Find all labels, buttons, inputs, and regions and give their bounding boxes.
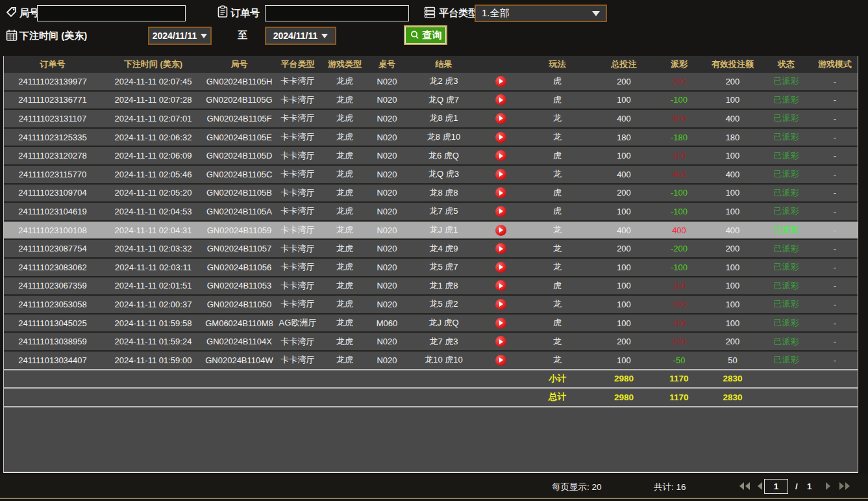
cell-valid: 200 bbox=[705, 77, 760, 86]
cell-mode: - bbox=[812, 244, 858, 253]
cell-mode: - bbox=[812, 77, 858, 86]
cell-round: GN02024B1105C bbox=[205, 170, 273, 179]
play-video-icon[interactable] bbox=[495, 94, 506, 105]
play-video-icon[interactable] bbox=[495, 262, 506, 273]
cell-table_no: N020 bbox=[367, 263, 406, 272]
grand-total-total-bet: 2980 bbox=[595, 392, 653, 402]
date-to-select[interactable]: 2024/11/11 bbox=[265, 27, 336, 45]
table-row[interactable]: 2411110231311072024-11-11 02:07:01GN0202… bbox=[4, 110, 858, 129]
play-video-icon[interactable] bbox=[495, 243, 506, 254]
cell-status: 已派彩 bbox=[760, 224, 812, 236]
server-list-icon bbox=[423, 6, 436, 19]
cell-time: 2024-11-11 02:06:32 bbox=[101, 133, 205, 142]
cell-table_no: N020 bbox=[367, 207, 406, 216]
cell-status: 已派彩 bbox=[760, 298, 812, 310]
per-page-text: 每页显示: 20 bbox=[552, 482, 602, 493]
cell-total: 400 bbox=[595, 225, 653, 235]
play-video-icon[interactable] bbox=[495, 225, 506, 236]
play-video-icon[interactable] bbox=[495, 206, 506, 217]
table-row[interactable]: 2411110230673592024-11-11 02:01:51GN0202… bbox=[4, 277, 858, 296]
table-row[interactable]: 2411110230830622024-11-11 02:03:11GN0202… bbox=[4, 259, 858, 277]
cell-order: 241111023109704 bbox=[4, 188, 101, 198]
table-row[interactable]: 2411110231399772024-11-11 02:07:45GN0202… bbox=[4, 73, 858, 92]
table-row[interactable]: 2411110130389592024-11-11 01:59:24GN0202… bbox=[4, 333, 858, 352]
subtotal-row: 小计 2980 1170 2830 bbox=[4, 370, 858, 389]
table-row[interactable]: 2411110231367712024-11-11 02:07:28GN0202… bbox=[4, 92, 858, 110]
play-video-icon[interactable] bbox=[495, 169, 506, 180]
round-no-input[interactable] bbox=[37, 5, 186, 21]
cell-table_no: N020 bbox=[367, 188, 406, 198]
table-row[interactable]: 2411110231001082024-11-11 02:04:31GN0202… bbox=[4, 222, 858, 240]
table-row[interactable]: 2411110130450252024-11-11 01:59:58GM0602… bbox=[4, 315, 858, 333]
play-video-icon[interactable] bbox=[495, 132, 506, 143]
cell-play bbox=[481, 336, 520, 347]
table-row[interactable]: 2411110231157702024-11-11 02:05:46GN0202… bbox=[4, 166, 858, 185]
cell-payout: 400 bbox=[653, 114, 705, 123]
table-row[interactable]: 2411110231097042024-11-11 02:05:20GN0202… bbox=[4, 185, 858, 203]
cell-order: 241111023104619 bbox=[4, 207, 101, 216]
table-row[interactable]: 2411110230530582024-11-11 02:00:37GN0202… bbox=[4, 296, 858, 315]
subtotal-label: 小计 bbox=[520, 373, 595, 385]
play-video-icon[interactable] bbox=[495, 299, 506, 310]
cell-payout: -100 bbox=[653, 207, 705, 216]
cell-payout: 200 bbox=[653, 77, 705, 86]
query-button-label: 查询 bbox=[423, 29, 442, 42]
order-no-label: 订单号 bbox=[230, 7, 260, 19]
cell-play bbox=[481, 187, 520, 198]
cell-result: 龙1 虎8 bbox=[406, 280, 481, 292]
cell-payout: 400 bbox=[653, 170, 705, 179]
cell-game: 龙虎 bbox=[322, 94, 367, 106]
table-row[interactable]: 2411110230877542024-11-11 02:03:32GN0202… bbox=[4, 240, 858, 259]
column-header-13: 游戏模式 bbox=[812, 58, 858, 70]
page-number-input[interactable] bbox=[764, 479, 788, 494]
cell-round: GN02024B1105A bbox=[205, 207, 273, 216]
last-page-button[interactable] bbox=[837, 481, 852, 491]
cell-status: 已派彩 bbox=[760, 336, 812, 348]
cell-play bbox=[481, 76, 520, 87]
cell-table_no: N020 bbox=[367, 95, 406, 105]
cell-order: 241111023083062 bbox=[4, 263, 101, 272]
platform-type-select[interactable]: 1.全部 bbox=[475, 5, 607, 22]
cell-bet: 虎 bbox=[520, 150, 595, 162]
play-video-icon[interactable] bbox=[495, 280, 506, 291]
next-page-button[interactable] bbox=[821, 481, 835, 491]
column-header-5: 桌号 bbox=[367, 58, 406, 70]
order-no-input[interactable] bbox=[265, 5, 409, 21]
cell-bet: 龙 bbox=[520, 131, 595, 143]
column-header-4: 游戏类型 bbox=[322, 58, 367, 70]
chevron-down-icon bbox=[592, 11, 600, 16]
first-page-button[interactable] bbox=[738, 481, 752, 491]
query-button[interactable]: 查询 bbox=[404, 25, 447, 45]
cell-play bbox=[481, 262, 520, 273]
cell-round: GN02024B1104W bbox=[205, 355, 273, 365]
play-video-icon[interactable] bbox=[495, 355, 506, 366]
play-video-icon[interactable] bbox=[495, 318, 506, 329]
table-row[interactable]: 2411110231253352024-11-11 02:06:32GN0202… bbox=[4, 129, 858, 148]
play-video-icon[interactable] bbox=[495, 76, 506, 87]
cell-round: GN02024B1105G bbox=[205, 95, 273, 105]
cell-mode: - bbox=[812, 133, 858, 142]
cell-play bbox=[481, 318, 520, 329]
total-count-text: 共计: 16 bbox=[654, 482, 686, 493]
play-triangle bbox=[499, 209, 503, 214]
table-row[interactable]: 2411110130344072024-11-11 01:59:00GN0202… bbox=[4, 352, 858, 370]
table-row[interactable]: 2411110231046192024-11-11 02:04:53GN0202… bbox=[4, 203, 858, 222]
grid-body: 2411110231399772024-11-11 02:07:45GN0202… bbox=[4, 73, 858, 370]
play-video-icon[interactable] bbox=[495, 336, 506, 347]
play-triangle bbox=[499, 357, 503, 363]
cell-total: 200 bbox=[595, 337, 653, 346]
play-triangle bbox=[499, 283, 503, 289]
cell-time: 2024-11-11 02:04:31 bbox=[101, 225, 205, 235]
play-video-icon[interactable] bbox=[495, 187, 506, 198]
cell-round: GN02024B11056 bbox=[205, 263, 273, 272]
cell-table_no: N020 bbox=[367, 133, 406, 142]
date-from-select[interactable]: 2024/11/11 bbox=[148, 27, 212, 45]
cell-platform: AG欧洲厅 bbox=[273, 317, 322, 329]
cell-order: 241111023131107 bbox=[4, 114, 101, 123]
play-video-icon[interactable] bbox=[495, 113, 506, 124]
play-video-icon[interactable] bbox=[495, 150, 506, 161]
table-row[interactable]: 2411110231202782024-11-11 02:06:09GN0202… bbox=[4, 147, 858, 166]
cell-valid: 200 bbox=[705, 244, 760, 253]
cell-valid: 100 bbox=[705, 151, 760, 161]
cell-platform: 卡卡湾厅 bbox=[273, 94, 322, 106]
